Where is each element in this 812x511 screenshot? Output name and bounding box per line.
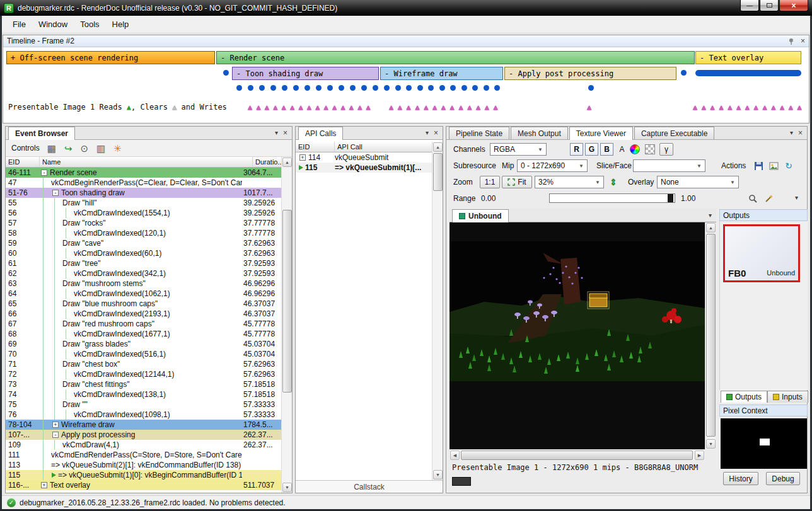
timeline-bar-post[interactable]: - Apply post processing bbox=[504, 67, 676, 80]
scroll-right-icon[interactable]: ▶ bbox=[695, 451, 704, 460]
event-row[interactable]: 61Draw "tree"37.92593 bbox=[6, 258, 281, 268]
scrollbar-thumb[interactable] bbox=[433, 153, 443, 191]
usage-triangle[interactable]: ▲ bbox=[349, 103, 354, 112]
draw-marker-dot[interactable] bbox=[223, 70, 229, 76]
draw-marker-dot[interactable] bbox=[461, 85, 467, 91]
close-button[interactable]: × bbox=[779, 0, 808, 11]
time-draws-icon[interactable]: ⊙ bbox=[80, 144, 88, 153]
event-row[interactable]: 47vkCmdBeginRenderPass(C=Clear, D=Clear,… bbox=[6, 178, 281, 188]
refresh-button[interactable]: ↻ bbox=[782, 159, 796, 172]
event-row[interactable]: 60vkCmdDrawIndexed(60,1)37.62963 bbox=[6, 248, 281, 258]
draw-marker-dot[interactable] bbox=[259, 85, 265, 91]
texture-display[interactable] bbox=[450, 222, 705, 449]
draw-marker-dot[interactable] bbox=[384, 85, 390, 91]
event-row[interactable]: 46-111-Render scene3064.7... bbox=[6, 168, 281, 178]
texture-horizontal-scrollbar[interactable]: ◀ ▶ bbox=[450, 449, 705, 460]
usage-triangle[interactable]: ▲ bbox=[467, 103, 472, 112]
usage-triangle[interactable]: ▲ bbox=[398, 103, 402, 112]
text-overlay-draws-pill[interactable] bbox=[695, 70, 801, 76]
scroll-up-icon[interactable]: ▲ bbox=[706, 223, 716, 233]
usage-triangle[interactable]: ▲ bbox=[762, 103, 767, 112]
name-column-header[interactable]: Name bbox=[40, 157, 253, 167]
draw-marker-dot[interactable] bbox=[494, 85, 500, 91]
zoom-fit-button[interactable]: Fit bbox=[502, 176, 532, 188]
channels-combo[interactable]: RGBA▼ bbox=[490, 143, 547, 156]
tab-mesh-output[interactable]: Mesh Output bbox=[511, 127, 568, 139]
usage-triangle[interactable]: ▲ bbox=[693, 103, 697, 112]
usage-triangle[interactable]: ▲ bbox=[798, 103, 802, 112]
bookmark-icon[interactable]: ✳ bbox=[113, 144, 122, 153]
tab-inputs[interactable]: Inputs bbox=[767, 391, 808, 403]
menu-item-tools[interactable]: Tools bbox=[74, 17, 105, 32]
event-row[interactable]: 75Draw ""57.33333 bbox=[6, 399, 281, 410]
api-call-row[interactable]: 115=> vkQueueSubmit(1)[... bbox=[296, 163, 432, 173]
draw-marker-dot[interactable] bbox=[316, 85, 322, 91]
draw-marker-dot[interactable] bbox=[439, 85, 445, 91]
expand-toggle[interactable]: + bbox=[299, 154, 306, 161]
expand-toggle[interactable]: + bbox=[41, 482, 47, 488]
event-browser-scrollbar[interactable]: ▲ ▼ bbox=[281, 157, 292, 493]
collapse-toggle[interactable]: - bbox=[52, 190, 59, 196]
api-eid-column-header[interactable]: EID bbox=[296, 142, 335, 152]
event-row[interactable]: 69Draw "grass blades"45.03704 bbox=[6, 339, 281, 349]
usage-triangle[interactable]: ▲ bbox=[494, 103, 498, 112]
usage-triangle[interactable]: ▲ bbox=[771, 103, 775, 112]
api-call-column-header[interactable]: API Call bbox=[335, 142, 443, 152]
usage-triangle[interactable]: ▲ bbox=[389, 103, 393, 112]
zoom-range-button[interactable] bbox=[746, 192, 760, 205]
scroll-up-icon[interactable]: ▲ bbox=[433, 142, 443, 152]
filter-icon[interactable]: ▦ bbox=[47, 144, 56, 153]
channel-a-button[interactable]: A bbox=[615, 143, 629, 156]
event-row[interactable]: 107-...-Apply post processing262.37... bbox=[6, 430, 281, 440]
timeline-bar-toon[interactable]: - Toon shading draw bbox=[232, 67, 379, 80]
scroll-up-icon[interactable]: ▲ bbox=[282, 158, 292, 167]
stats-icon[interactable]: ▥ bbox=[96, 144, 105, 153]
alpha-background-button[interactable] bbox=[643, 143, 657, 156]
event-row[interactable]: 63Draw "mushroom stems"46.96296 bbox=[6, 278, 281, 289]
usage-triangle[interactable]: ▲ bbox=[485, 103, 489, 112]
event-row[interactable]: 113=> vkQueueSubmit(2)[1]: vkEndCommandB… bbox=[6, 460, 281, 470]
event-row[interactable]: 67Draw "red mushroom caps"45.77778 bbox=[6, 319, 281, 329]
usage-triangle[interactable]: ▲ bbox=[298, 103, 303, 112]
api-call-row[interactable]: +114vkQueueSubmit bbox=[296, 152, 432, 163]
draw-marker-dot[interactable] bbox=[282, 85, 287, 91]
timeline-bar-wireframe[interactable]: - Wireframe draw bbox=[380, 67, 503, 80]
usage-triangle[interactable]: ▲ bbox=[307, 103, 311, 112]
goto-eid-icon[interactable]: ↪ bbox=[64, 144, 72, 153]
channel-r-button[interactable]: R bbox=[570, 143, 583, 156]
draw-marker-dot[interactable] bbox=[681, 70, 687, 76]
usage-triangle[interactable]: ▲ bbox=[415, 103, 419, 112]
overlay-combo[interactable]: None▼ bbox=[657, 176, 739, 188]
draw-marker-dot[interactable] bbox=[484, 85, 489, 91]
usage-triangle[interactable]: ▲ bbox=[702, 103, 706, 112]
event-row[interactable]: 65Draw "blue mushroom caps"46.37037 bbox=[6, 299, 281, 309]
history-button[interactable]: History bbox=[723, 472, 758, 485]
event-row[interactable]: 70vkCmdDrawIndexed(516,1)45.03704 bbox=[6, 349, 281, 359]
event-row[interactable]: 51-76-Toon shading draw1017.7... bbox=[6, 188, 281, 198]
channel-b-button[interactable]: B bbox=[600, 143, 613, 156]
usage-triangle[interactable]: ▲ bbox=[282, 103, 286, 112]
maximize-button[interactable] bbox=[760, 0, 779, 11]
usage-triangle[interactable]: ▲ bbox=[458, 103, 463, 112]
timeline-bar-text-overlay[interactable]: - Text overlay bbox=[695, 51, 801, 64]
event-row[interactable]: 68vkCmdDrawIndexed(1677,1)45.77778 bbox=[6, 329, 281, 339]
usage-triangle[interactable]: ▲ bbox=[265, 103, 269, 112]
api-calls-scrollbar[interactable]: ▲ ▼ bbox=[432, 142, 443, 480]
menu-item-window[interactable]: Window bbox=[33, 17, 73, 32]
draw-marker-dot[interactable] bbox=[350, 85, 356, 91]
event-row[interactable]: 64vkCmdDrawIndexed(1062,1)46.96296 bbox=[6, 289, 281, 299]
event-row[interactable]: 116-...+Text overlay511.7037 bbox=[6, 480, 281, 490]
draw-marker-dot[interactable] bbox=[248, 85, 253, 91]
event-row[interactable]: 78-104+Wireframe draw1784.5... bbox=[6, 420, 281, 430]
custom-shader-button[interactable] bbox=[628, 143, 642, 156]
event-row[interactable]: 72vkCmdDrawIndexed(12144,1)57.62963 bbox=[6, 369, 281, 379]
zoom-1to1-button[interactable]: 1:1 bbox=[480, 176, 500, 188]
usage-triangle[interactable]: ▲ bbox=[719, 103, 723, 112]
texture-vertical-scrollbar[interactable]: ▲ ▼ bbox=[705, 222, 716, 449]
texture-tab-overflow-icon[interactable]: ▾ bbox=[709, 212, 712, 219]
event-row[interactable]: 73Draw "chest fittings"57.18518 bbox=[6, 379, 281, 389]
usage-triangle[interactable]: ▲ bbox=[424, 103, 428, 112]
usage-triangle[interactable]: ▲ bbox=[450, 103, 455, 112]
timeline-bar-offscreen[interactable]: + Off-screen scene rendering bbox=[6, 51, 215, 64]
usage-triangle[interactable]: ▲ bbox=[789, 103, 793, 112]
